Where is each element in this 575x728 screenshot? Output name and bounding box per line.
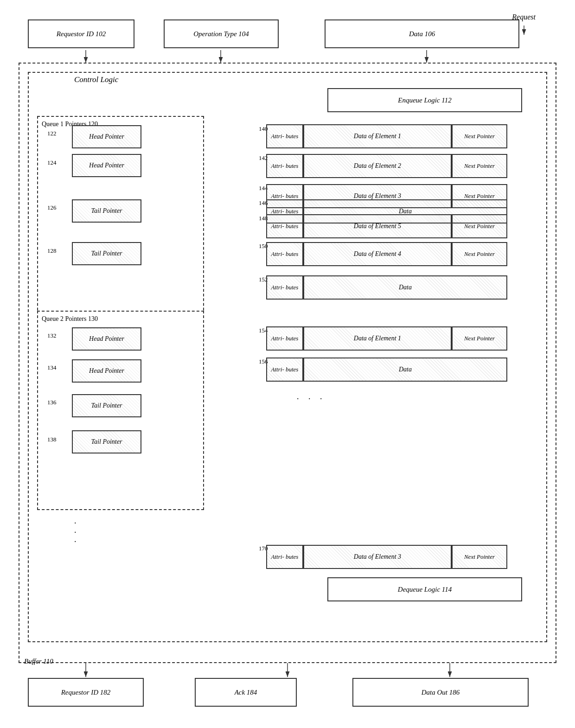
- attribs-152: Attri- butes: [266, 275, 303, 300]
- next-ptr-148-label: Next Pointer: [453, 223, 506, 230]
- attribs-170-label: Attri- butes: [271, 553, 299, 561]
- head-pointer-122-label: Head Pointer: [73, 133, 141, 140]
- data-elem1-label: Data of Element 1: [304, 133, 451, 140]
- requestor-id-label: Requestor ID 102: [29, 30, 134, 38]
- next-ptr-154: Next Pointer: [452, 326, 507, 351]
- operation-type-box: Operation Type 104: [164, 19, 279, 48]
- next-ptr-140-label: Next Pointer: [453, 133, 506, 140]
- next-ptr-150: Next Pointer: [452, 242, 507, 266]
- next-ptr-142-label: Next Pointer: [453, 162, 506, 170]
- data-elem3-q2-box: Data of Element 3: [303, 545, 452, 569]
- tail-pointer-126-label: Tail Pointer: [73, 207, 141, 215]
- attribs-140-label: Attri- butes: [271, 133, 299, 140]
- head-pointer-124-label: Head Pointer: [73, 162, 141, 169]
- data-elem4-label: Data of Element 4: [304, 250, 451, 258]
- num-132: 132: [47, 332, 57, 339]
- head-pointer-134-box: Head Pointer: [72, 359, 141, 383]
- data-elem3-q2-label: Data of Element 3: [304, 553, 451, 561]
- tail-pointer-128-label: Tail Pointer: [73, 250, 141, 257]
- num-136: 136: [47, 399, 57, 406]
- data-elem1-q2-box: Data of Element 1: [303, 326, 452, 351]
- attribs-156-label: Attri- butes: [271, 366, 299, 373]
- ack-184-box: Ack 184: [195, 678, 297, 707]
- data-plain-156-box: Data: [303, 358, 507, 382]
- dots-lower-left2: ·: [74, 528, 78, 537]
- next-ptr-150-label: Next Pointer: [453, 250, 506, 258]
- tail-pointer-136-label: Tail Pointer: [73, 402, 141, 409]
- attribs-150: Attri- butes: [266, 242, 303, 266]
- dots-lower-left3: ·: [74, 537, 78, 547]
- attribs-156: Attri- butes: [266, 358, 303, 382]
- dequeue-logic-box: Dequeue Logic 114: [327, 577, 522, 601]
- data-elem1-box: Data of Element 1: [303, 124, 452, 148]
- attribs-170: Attri- butes: [266, 545, 303, 569]
- num-122: 122: [47, 130, 57, 137]
- dots-lower-left: ·: [74, 518, 78, 528]
- head-pointer-134-label: Head Pointer: [73, 367, 141, 375]
- attribs-152-label: Attri- butes: [271, 284, 299, 291]
- data-plain-152-box: Data: [303, 275, 507, 300]
- attribs-144-label: Attri- butes: [271, 192, 299, 200]
- attribs-148-label: Attri- butes: [271, 223, 299, 230]
- attribs-154: Attri- butes: [266, 326, 303, 351]
- num-128: 128: [47, 247, 57, 255]
- tail-pointer-138-label: Tail Pointer: [73, 438, 141, 446]
- attribs-142-label: Attri- butes: [271, 162, 299, 170]
- head-pointer-122-box: Head Pointer: [72, 125, 141, 148]
- attribs-140: Attri- butes: [266, 124, 303, 148]
- tail-pointer-136-box: Tail Pointer: [72, 394, 141, 417]
- head-pointer-124-box: Head Pointer: [72, 154, 141, 177]
- next-ptr-140: Next Pointer: [452, 124, 507, 148]
- attribs-150-label: Attri- butes: [271, 250, 299, 258]
- data-elem3-q1-label: Data of Element 3: [304, 192, 451, 200]
- data-elem2-box: Data of Element 2: [303, 154, 452, 178]
- next-ptr-170: Next Pointer: [452, 545, 507, 569]
- num-124: 124: [47, 159, 57, 166]
- data-elem2-label: Data of Element 2: [304, 162, 451, 170]
- requestor-id-box: Requestor ID 102: [28, 19, 134, 48]
- attribs-148: Attri- butes: [266, 214, 303, 238]
- next-ptr-142: Next Pointer: [452, 154, 507, 178]
- data-106-label: Data 106: [326, 30, 518, 38]
- head-pointer-132-label: Head Pointer: [73, 335, 141, 343]
- data-plain-156-label: Data: [304, 366, 506, 373]
- operation-type-label: Operation Type 104: [165, 30, 278, 38]
- num-138: 138: [47, 436, 57, 443]
- data-out-186-label: Data Out 186: [353, 689, 528, 696]
- next-ptr-144-label: Next Pointer: [453, 192, 506, 200]
- data-elem1-q2-label: Data of Element 1: [304, 335, 451, 342]
- queue1-pointers-box: Queue 1 Pointers 120: [37, 116, 204, 338]
- data-elem4-box: Data of Element 4: [303, 242, 452, 266]
- attribs-154-label: Attri- butes: [271, 335, 299, 342]
- ack-184-label: Ack 184: [196, 689, 296, 696]
- head-pointer-132-box: Head Pointer: [72, 327, 141, 351]
- buffer-label: Buffer 110: [24, 658, 53, 665]
- next-ptr-148: Next Pointer: [452, 214, 507, 238]
- data-out-186-box: Data Out 186: [352, 678, 529, 707]
- control-logic-label: Control Logic: [74, 75, 118, 84]
- data-elem5-box: Data of Element 5: [303, 214, 452, 238]
- tail-pointer-126-box: Tail Pointer: [72, 199, 141, 223]
- enqueue-logic-box: Enqueue Logic 112: [327, 88, 522, 112]
- attribs-142: Attri- butes: [266, 154, 303, 178]
- enqueue-logic-label: Enqueue Logic 112: [328, 96, 521, 104]
- dequeue-logic-label: Dequeue Logic 114: [328, 586, 521, 594]
- data-plain-152-label: Data: [304, 284, 506, 291]
- requestor-id-182-label: Requestor ID 182: [29, 689, 143, 696]
- tail-pointer-138-box: Tail Pointer: [72, 430, 141, 453]
- data-106-box: Data 106: [325, 19, 519, 48]
- dots-middle: · · ·: [297, 394, 326, 404]
- next-ptr-154-label: Next Pointer: [453, 335, 506, 342]
- next-ptr-170-label: Next Pointer: [453, 553, 506, 561]
- tail-pointer-128-box: Tail Pointer: [72, 242, 141, 265]
- data-elem5-label: Data of Element 5: [304, 223, 451, 230]
- num-126: 126: [47, 204, 57, 211]
- requestor-id-182-box: Requestor ID 182: [28, 678, 144, 707]
- num-134: 134: [47, 364, 57, 371]
- diagram: Request Requestor ID 102 Operation Type …: [0, 0, 575, 728]
- queue2-label: Queue 2 Pointers 130: [42, 315, 98, 323]
